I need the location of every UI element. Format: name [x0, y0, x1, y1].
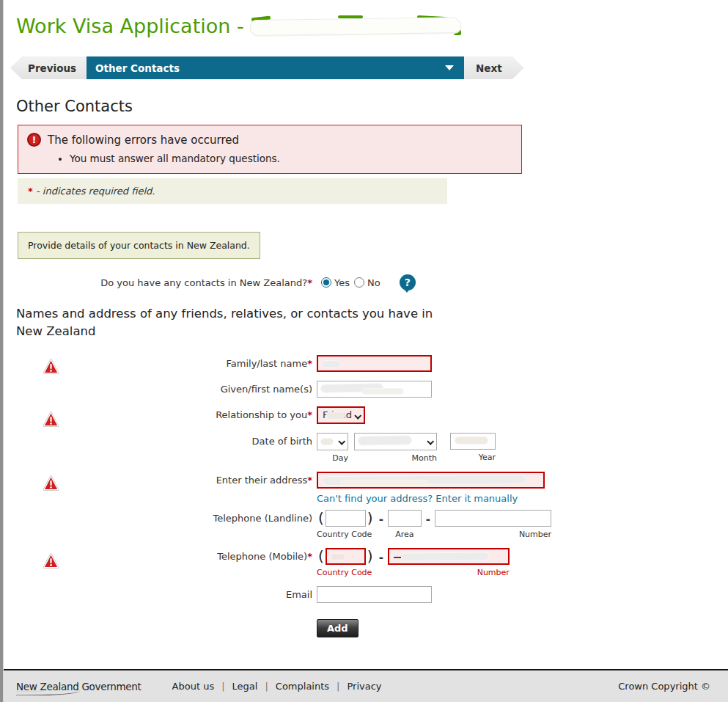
required-marker: *: [307, 358, 312, 369]
separator: |: [337, 681, 339, 692]
chevron-down-icon: [445, 65, 454, 70]
mobile-number-sublabel: Number: [388, 568, 510, 577]
landline-area-input[interactable]: [388, 510, 422, 527]
footer: New Zealand Government About us | Legal …: [0, 669, 728, 702]
paren-close: ): [366, 510, 375, 527]
mobile-country-input[interactable]: [326, 548, 366, 565]
dob-year-input[interactable]: [450, 433, 496, 450]
given-name-input[interactable]: [317, 381, 432, 398]
contact-form: Family/last name* Given/first name(s) Re…: [0, 355, 728, 637]
error-icon: !: [27, 133, 41, 147]
dob-year-sublabel: Year: [450, 453, 496, 462]
required-marker: *: [307, 551, 312, 562]
dob-row: Date of birth Day Month Yea: [0, 433, 728, 463]
required-marker: *: [28, 186, 33, 197]
landline-country-input[interactable]: [326, 510, 366, 527]
required-marker: *: [307, 277, 312, 288]
given-name-label: Given/first name(s): [0, 381, 317, 398]
mobile-row: Telephone (Mobile)* ( ) Country Code -: [0, 548, 728, 577]
window-edge: [0, 0, 4, 702]
previous-section-button[interactable]: Previous: [10, 56, 87, 79]
address-row: Enter their address* Can't find your add…: [0, 472, 728, 504]
footer-link-complaints[interactable]: Complaints: [276, 681, 329, 692]
help-icon[interactable]: ?: [400, 274, 416, 290]
relationship-row: Relationship to you* Friend: [0, 406, 728, 424]
footer-link-about[interactable]: About us: [172, 681, 215, 692]
redaction: [320, 438, 334, 445]
landline-area-sublabel: Area: [388, 530, 422, 539]
section-dropdown-value: Other Contacts: [95, 62, 180, 74]
required-marker: *: [307, 409, 312, 420]
dob-day-select[interactable]: [317, 433, 348, 450]
email-label: Email: [0, 586, 317, 603]
section-heading-title: Other Contacts: [16, 98, 728, 115]
redaction: [358, 435, 412, 445]
section-nav: Previous Other Contacts Next: [10, 56, 728, 79]
chevron-down-icon: [338, 438, 345, 445]
next-label: Next: [476, 62, 502, 74]
section-dropdown[interactable]: Other Contacts: [87, 56, 464, 79]
error-heading: The following errors have occurred: [48, 134, 239, 147]
landline-label: Telephone (Landline): [0, 510, 317, 539]
chevron-down-icon: [427, 438, 434, 445]
mobile-number-input[interactable]: [388, 548, 510, 565]
error-summary-box: ! The following errors have occurred You…: [18, 125, 522, 174]
family-name-input[interactable]: [317, 355, 432, 372]
footer-link-legal[interactable]: Legal: [232, 681, 258, 692]
redaction: [401, 552, 489, 561]
info-box: Provide details of your contacts in New …: [18, 232, 260, 259]
radio-no[interactable]: No: [354, 277, 380, 288]
error-item: You must answer all mandatory questions.: [70, 153, 512, 164]
dash: -: [375, 548, 388, 564]
family-name-row: Family/last name*: [0, 355, 728, 372]
redaction: [322, 360, 341, 368]
given-name-row: Given/first name(s): [0, 381, 728, 398]
landline-number-sublabel: Number: [435, 530, 551, 539]
redaction: [331, 553, 345, 560]
relationship-select[interactable]: Friend: [317, 406, 365, 424]
radio-yes[interactable]: Yes: [321, 277, 350, 288]
paren-close: ): [366, 548, 375, 565]
page-title: Work Visa Application -: [16, 15, 728, 37]
warning-icon: [43, 411, 59, 432]
radio-yes-label: Yes: [334, 277, 350, 288]
crown-copyright: Crown Copyright ©: [618, 681, 710, 692]
radio-yes-circle: [321, 277, 331, 288]
warning-icon: [43, 475, 59, 496]
paren-open: (: [317, 510, 326, 527]
required-field-note: * - indicates required field.: [18, 178, 447, 204]
warning-icon: [43, 358, 59, 379]
landline-row: Telephone (Landline) ( ) Country Code - …: [0, 510, 728, 539]
redaction: [361, 388, 404, 395]
previous-label: Previous: [28, 62, 76, 74]
separator: |: [265, 681, 268, 692]
mobile-country-sublabel: Country Code: [317, 568, 375, 577]
landline-number-input[interactable]: [435, 510, 551, 527]
dob-month-sublabel: Month: [354, 453, 437, 463]
dob-day-sublabel: Day: [317, 453, 348, 463]
digit-fragment: [394, 557, 401, 558]
footer-link-privacy[interactable]: Privacy: [347, 681, 381, 692]
redaction: [455, 436, 488, 445]
error-list: You must answer all mandatory questions.: [70, 153, 512, 164]
contacts-question-row: Do you have any contacts in New Zealand?…: [0, 274, 728, 290]
email-input[interactable]: [317, 586, 432, 603]
paren-open: (: [317, 548, 326, 565]
radio-no-circle: [354, 277, 364, 288]
nz-government-logo[interactable]: New Zealand Government: [16, 681, 141, 692]
next-section-button[interactable]: Next: [464, 56, 524, 79]
chevron-down-icon: [354, 412, 361, 420]
whiteout-scribble: [250, 17, 461, 36]
address-input[interactable]: [317, 472, 545, 489]
radio-no-label: No: [367, 277, 380, 288]
dob-month-select[interactable]: [354, 433, 437, 450]
add-button[interactable]: Add: [317, 619, 359, 637]
dash: -: [375, 510, 388, 526]
dash: -: [422, 510, 435, 526]
contacts-question-label: Do you have any contacts in New Zealand?…: [0, 277, 317, 288]
footer-links: About us | Legal | Complaints | Privacy: [172, 681, 382, 692]
redaction: [326, 412, 345, 420]
page-title-text: Work Visa Application -: [16, 15, 244, 37]
address-manual-link[interactable]: Can't find your address? Enter it manual…: [317, 493, 518, 504]
email-row: Email: [0, 586, 728, 603]
